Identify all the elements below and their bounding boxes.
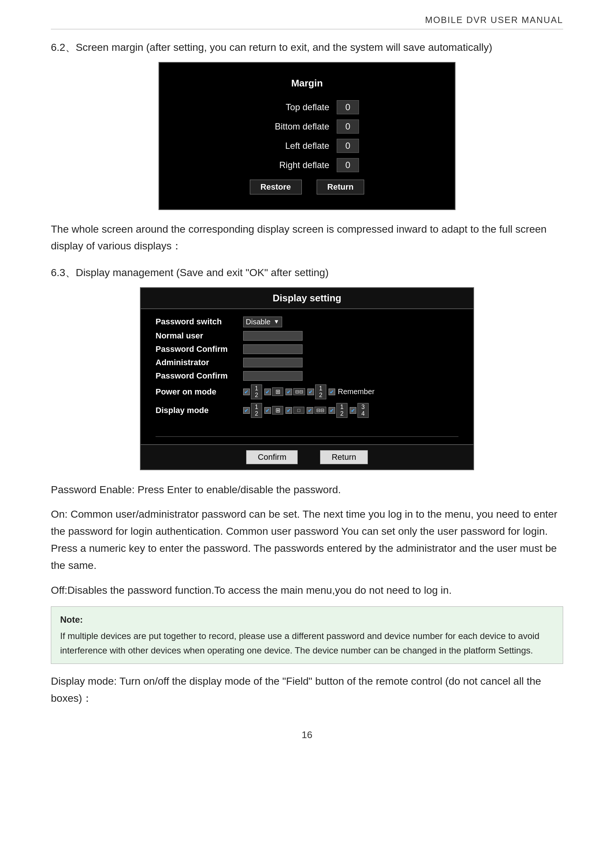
password-switch-label: Password switch — [155, 317, 237, 327]
power-on-mode-label: Power on mode — [155, 387, 237, 397]
top-deflate-value: 0 — [337, 100, 359, 114]
disp-cb-3[interactable]: ✔ □ — [285, 407, 304, 414]
bottom-deflate-label: Bittom deflate — [255, 121, 329, 132]
password-confirm-row-2: Password Confirm — [155, 371, 459, 381]
section-62-description: The whole screen around the correspondin… — [51, 221, 563, 254]
display-ui-box: Display setting Password switch Disable … — [140, 287, 474, 470]
note-title: Note: — [60, 613, 554, 627]
display-return-button[interactable]: Return — [320, 450, 367, 464]
pow-cb-4[interactable]: ✔ 12 — [307, 384, 326, 399]
margin-row-right: Right deflate 0 — [181, 158, 433, 172]
password-confirm-row-1: Password Confirm — [155, 344, 459, 354]
pow-remember-box[interactable]: ✔ — [329, 389, 335, 395]
left-deflate-value: 0 — [337, 139, 359, 153]
page-number: 16 — [51, 729, 563, 741]
normal-user-row: Normal user — [155, 331, 459, 341]
display-mode-label: Display mode — [155, 406, 237, 415]
normal-user-input[interactable] — [243, 331, 302, 341]
pow-cb-box-4[interactable]: ✔ — [307, 389, 314, 395]
disp-cb-1[interactable]: ✔ 12 — [243, 403, 262, 418]
pow-cb-box-2[interactable]: ✔ — [264, 389, 271, 395]
normal-user-label: Normal user — [155, 331, 237, 341]
right-deflate-value: 0 — [337, 158, 359, 172]
confirm-button[interactable]: Confirm — [246, 450, 298, 464]
display-mode-checkboxes: ✔ 12 ✔ ⊞ ✔ □ ✔ ⊟⊟ — [243, 403, 369, 418]
disp-cb-box-6[interactable]: ✔ — [350, 407, 357, 414]
pow-cb-box-1[interactable]: ✔ — [243, 389, 250, 395]
disp-cb-4[interactable]: ✔ ⊟⊟ — [307, 407, 326, 414]
margin-row-top: Top deflate 0 — [181, 100, 433, 114]
display-mode-description: Display mode: Turn on/off the display mo… — [51, 673, 563, 707]
display-ui-footer: Confirm Return — [141, 444, 473, 470]
note-text: If multiple devices are put together to … — [60, 629, 554, 657]
pow-cb-1[interactable]: ✔ 12 — [243, 384, 262, 399]
password-confirm-label-2: Password Confirm — [155, 371, 237, 381]
display-ui-content: Password switch Disable ▼ Normal user Pa… — [141, 309, 473, 444]
restore-button[interactable]: Restore — [250, 180, 302, 194]
margin-ui-box: Margin Top deflate 0 Bittom deflate 0 Le… — [158, 62, 456, 210]
margin-row-left: Left deflate 0 — [181, 139, 433, 153]
display-ui-title: Display setting — [141, 288, 473, 309]
power-on-checkboxes: ✔ 12 ✔ ⊞ ✔ ⊟⊟ ✔ 12 — [243, 384, 375, 399]
disp-cb-5[interactable]: ✔ 12 — [329, 403, 347, 418]
password-confirm-input-1[interactable] — [243, 344, 302, 354]
margin-return-button[interactable]: Return — [317, 180, 364, 194]
section-62-title: 6.2、Screen margin (after setting, you ca… — [51, 40, 563, 54]
administrator-row: Administrator — [155, 358, 459, 367]
on-description-text: On: Common user/administrator password c… — [51, 506, 563, 575]
disp-cb-box-1[interactable]: ✔ — [243, 407, 250, 414]
power-on-mode-row: Power on mode ✔ 12 ✔ ⊞ ✔ ⊟⊟ ✔ — [155, 384, 459, 399]
disp-cb-box-3[interactable]: ✔ — [285, 407, 292, 414]
password-switch-dropdown[interactable]: Disable ▼ — [243, 316, 282, 327]
password-switch-row: Password switch Disable ▼ — [155, 316, 459, 327]
disp-cb-box-4[interactable]: ✔ — [307, 407, 313, 414]
pow-cb-box-3[interactable]: ✔ — [285, 389, 292, 395]
disp-cb-box-5[interactable]: ✔ — [329, 407, 335, 414]
left-deflate-label: Left deflate — [255, 141, 329, 151]
page-header: MOBILE DVR USER MANUAL — [51, 15, 563, 29]
margin-row-bottom: Bittom deflate 0 — [181, 119, 433, 133]
remember-label: Remember — [338, 388, 375, 396]
pow-remember-cb[interactable]: ✔ Remember — [329, 388, 375, 396]
section-63-title: 6.3、Display management (Save and exit "O… — [51, 266, 563, 280]
display-mode-row: Display mode ✔ 12 ✔ ⊞ ✔ □ ✔ — [155, 403, 459, 418]
password-confirm-input-2[interactable] — [243, 371, 302, 381]
margin-buttons: Restore Return — [181, 180, 433, 194]
password-enable-text: Password Enable: Press Enter to enable/d… — [51, 481, 563, 498]
margin-box-title: Margin — [181, 78, 433, 89]
pow-cb-3[interactable]: ✔ ⊟⊟ — [285, 388, 305, 395]
note-box: Note: If multiple devices are put togeth… — [51, 606, 563, 664]
off-description-text: Off:Disables the password function.To ac… — [51, 582, 563, 599]
pow-cb-2[interactable]: ✔ ⊞ — [264, 388, 283, 396]
password-confirm-label-1: Password Confirm — [155, 344, 237, 354]
right-deflate-label: Right deflate — [255, 160, 329, 170]
administrator-label: Administrator — [155, 358, 237, 367]
disp-cb-6[interactable]: ✔ 34 — [350, 403, 369, 418]
disp-cb-box-2[interactable]: ✔ — [264, 407, 271, 414]
top-deflate-label: Top deflate — [255, 102, 329, 112]
dropdown-arrow-icon: ▼ — [274, 318, 279, 325]
bottom-deflate-value: 0 — [337, 119, 359, 133]
disp-cb-2[interactable]: ✔ ⊞ — [264, 406, 283, 414]
administrator-input[interactable] — [243, 358, 302, 367]
